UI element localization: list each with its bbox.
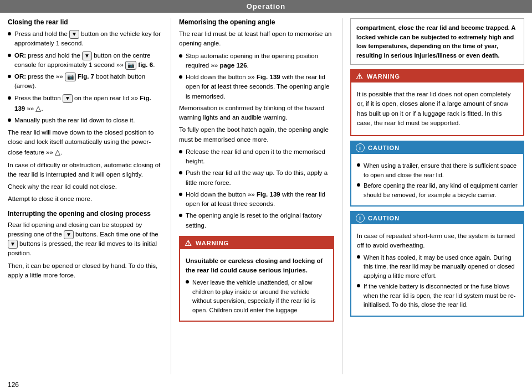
mem-bullet-1: Stop automatic opening in the opening po…: [179, 51, 334, 71]
para-6: Then, it can be opened or closed by hand…: [8, 261, 163, 281]
mem-para-1: Memorisation is confirmed by blinking of…: [179, 104, 334, 123]
right-column: compartment, close the rear lid and beco…: [345, 18, 524, 374]
para-3: Check why the rear lid could not close.: [8, 182, 163, 192]
caution-box-2: i CAUTION In case of repeated short-term…: [350, 211, 524, 317]
memorising-title: Memorising the opening angle: [179, 18, 334, 26]
caution2-para-1: In case of repeated short-term use, the …: [357, 231, 518, 251]
caution2-bullet-1: When it has cooled, it may be used once …: [357, 253, 518, 281]
warning-triangle-icon: ⚠: [185, 239, 192, 247]
caution-bar-1: i CAUTION: [351, 142, 523, 154]
section2-title: Interrupting the opening and closing pro…: [8, 210, 163, 218]
warning-text-right: It is possible that the rear lid does no…: [357, 90, 518, 128]
column-divider-2: [342, 18, 342, 374]
caution-bar-2: i CAUTION: [351, 212, 523, 224]
mem-bullet-2: Hold down the button »» Fig. 139 with th…: [179, 73, 334, 101]
warning-label-right: WARNING: [367, 73, 400, 80]
header-title: Operation: [247, 2, 285, 11]
warning-title-middle: Unsuitable or careless closing and locki…: [186, 256, 328, 276]
middle-column: Memorising the opening angle The rear li…: [173, 18, 340, 374]
caution-box-1: i CAUTION When using a trailer, ensure t…: [350, 141, 524, 207]
page-number: 126: [0, 380, 532, 392]
caution2-bullet-2: If the vehicle battery is disconnected o…: [357, 282, 518, 310]
warning-bar-middle: ⚠ WARNING: [180, 237, 333, 249]
caution1-bullet-1: When using a trailer, ensure that there …: [357, 161, 518, 179]
left-column: Closing the rear lid Press and hold the …: [8, 18, 168, 374]
page-header: Operation: [0, 0, 532, 13]
para-1: The rear lid will move down to the close…: [8, 128, 163, 158]
memorising-intro: The rear lid must be at least half open …: [179, 29, 334, 49]
bullet-3: OR: press the »» 📷 Fig. 7 boot hatch but…: [8, 72, 163, 91]
mem-bullet-3: Release the rear lid and open it to the …: [179, 147, 334, 167]
warning-bullet-1: Never leave the vehicle unattended, or a…: [186, 278, 328, 314]
mem-bullet-5: Hold down the button »» Fig. 139 with th…: [179, 190, 334, 209]
warning-triangle-icon-right: ⚠: [356, 72, 364, 81]
page-container: Operation Closing the rear lid Press and…: [0, 0, 532, 392]
warning-label-middle: WARNING: [196, 240, 229, 246]
column-divider: [171, 18, 171, 374]
caution-label-1: CAUTION: [368, 145, 400, 151]
para-5: Rear lid opening and closing can be stop…: [8, 220, 163, 259]
warning-bar-right: ⚠ WARNING: [351, 70, 523, 82]
mem-bullet-6: The opening angle is reset to the origin…: [179, 211, 334, 230]
caution1-bullet-2: Before opening the rear lid, any kind of…: [357, 181, 518, 199]
caution-icon-1: i: [356, 143, 365, 152]
para-4: Attempt to close it once more.: [8, 194, 163, 204]
warning-box-right: ⚠ WARNING It is possible that the rear l…: [350, 69, 524, 136]
caution-icon-2: i: [356, 214, 365, 223]
warning-box-middle: ⚠ WARNING Unsuitable or careless closing…: [179, 236, 334, 322]
mem-para-2: To fully open the boot hatch again, the …: [179, 125, 334, 145]
section1-title: Closing the rear lid: [8, 18, 163, 26]
bullet-1: Press and hold the ▼ button on the vehic…: [8, 29, 163, 49]
bullet-4: Press the button ▼ on the open rear lid …: [8, 94, 163, 114]
para-2: In case of difficulty or obstruction, au…: [8, 161, 163, 180]
bullet-2: OR: press and hold the ▼ button on the c…: [8, 51, 163, 70]
mem-bullet-4: Push the rear lid all the way up. To do …: [179, 168, 334, 188]
top-continuation-text: compartment, close the rear lid and beco…: [356, 24, 515, 59]
top-continuation-box: compartment, close the rear lid and beco…: [350, 18, 524, 65]
caution-label-2: CAUTION: [368, 215, 400, 221]
bullet-5: Manually push the rear lid down to close…: [8, 116, 163, 125]
